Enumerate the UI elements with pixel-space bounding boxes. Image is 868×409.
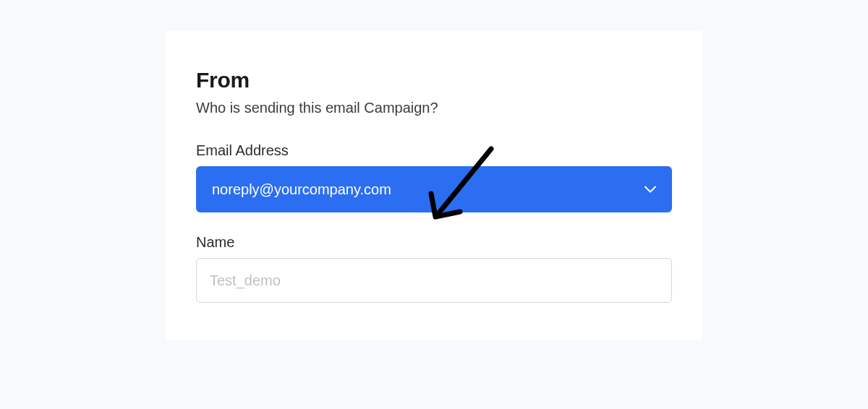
email-address-label: Email Address bbox=[196, 142, 672, 159]
name-label: Name bbox=[196, 234, 672, 251]
from-heading: From bbox=[196, 68, 672, 92]
chevron-down-icon bbox=[644, 183, 656, 196]
email-address-select[interactable]: noreply@yourcompany.com bbox=[196, 166, 672, 212]
name-input[interactable] bbox=[196, 258, 672, 303]
from-subtitle: Who is sending this email Campaign? bbox=[196, 100, 672, 116]
email-address-value: noreply@yourcompany.com bbox=[212, 181, 391, 198]
from-card: From Who is sending this email Campaign?… bbox=[166, 30, 702, 340]
